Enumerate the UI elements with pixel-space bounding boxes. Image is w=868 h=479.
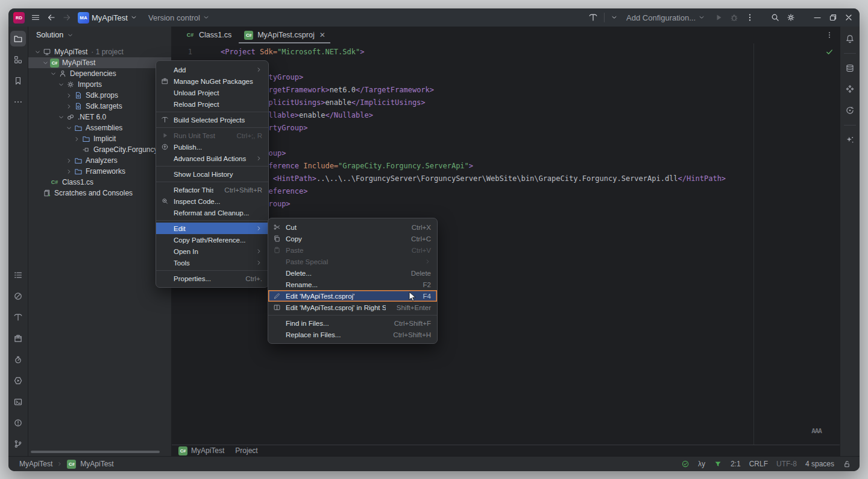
menu-item-advanced-build-actions[interactable]: Advanced Build Actions [156,153,268,164]
status-file-encoding[interactable]: UTF-8 [776,460,797,468]
menu-item-delete[interactable]: Delete...Delete [268,267,437,279]
chevron-expanded-icon[interactable] [33,49,42,56]
menu-item-reformat-and-cleanup[interactable]: Reformat and Cleanup... [156,207,268,218]
code-line[interactable]: 7 </PropertyGroup> [172,122,840,135]
code-line[interactable]: 10 <Reference Include="GrapeCity.Forgunc… [172,160,840,173]
menu-item-tools[interactable]: Tools [156,257,268,268]
code-line[interactable]: 3 <PropertyGroup> [172,71,840,84]
menu-item-manage-nuget-packages[interactable]: Manage NuGet Packages [156,75,268,87]
editor-tab-myapitest-csproj[interactable]: C#MyApiTest.csproj✕ [237,27,332,43]
status-highlight-level[interactable] [714,460,722,468]
menu-item-show-local-history[interactable]: Show Local History [156,168,268,180]
menu-item-paste[interactable]: PasteCtrl+V [268,244,437,256]
status-file-writable[interactable] [843,460,851,468]
nuget-icon[interactable] [10,331,26,346]
code-line[interactable]: 8 [172,135,840,147]
restore-icon[interactable] [828,13,838,22]
run-configuration-selector[interactable]: Add Configuration... [626,13,705,22]
tree-item-class1-cs[interactable]: C#Class1.cs [28,177,171,188]
settings-gear-icon[interactable] [786,13,796,22]
more-tool-windows-icon[interactable] [10,94,26,110]
status-inspections-status[interactable] [681,460,690,468]
menu-item-build-selected-projects[interactable]: Build Selected Projects [156,114,268,125]
menu-item-replace-in-files[interactable]: Replace in Files...Ctrl+Shift+H [268,329,437,340]
structure-tool-icon[interactable] [10,52,26,68]
status-indent-style[interactable]: 4 spaces [805,460,834,468]
close-tab-icon[interactable]: ✕ [319,31,326,39]
chevron-collapsed-icon[interactable] [64,103,73,110]
database-icon[interactable] [842,60,858,76]
menu-item-copy-path-reference[interactable]: Copy Path/Reference... [156,234,268,246]
tree-item-frameworks[interactable]: Frameworks [28,166,171,177]
debug-icon[interactable] [729,13,739,22]
tab-options-kebab-icon[interactable] [825,27,834,43]
terminal-icon[interactable] [10,394,26,410]
status-breadcrumb[interactable]: MyApiTest C# MyApiTest [19,460,114,469]
chevron-collapsed-icon[interactable] [64,157,73,164]
tree-item-dependencies[interactable]: Dependencies [28,68,171,79]
chevron-collapsed-icon[interactable] [64,92,73,99]
close-icon[interactable] [844,13,854,22]
profiler-icon[interactable] [10,352,26,367]
build-icon[interactable] [588,13,598,22]
tree-item-grapecity-forguncy-se[interactable]: GrapeCity.Forguncy.Se [28,144,171,155]
code-line[interactable]: 2 [172,59,840,71]
version-control-icon[interactable] [10,436,26,452]
services-icon[interactable] [10,373,26,389]
menu-item-run-unit-test[interactable]: Run Unit TestCtrl+;, R [156,130,268,141]
menu-item-reload-project[interactable]: Reload Project [156,98,268,110]
tree-item-analyzers[interactable]: Analyzers [28,155,171,166]
profiling-history-icon[interactable] [842,103,858,118]
menu-item-copy[interactable]: CopyCtrl+C [268,233,437,244]
build-options-chevron-icon[interactable] [611,14,618,21]
status-heap-allocations[interactable]: λy [698,460,705,468]
inspections-check-icon[interactable] [825,48,834,60]
status-line-separator[interactable]: CRLF [749,460,768,468]
code-line[interactable]: 11 <HintPath>..\..\..\ForguncyServer\For… [172,173,840,185]
dynamic-program-analysis-icon[interactable] [842,81,858,97]
menu-item-cut[interactable]: CutCtrl+X [268,221,437,233]
tree-item-assemblies[interactable]: Assemblies [28,122,171,133]
run-icon[interactable] [714,13,723,22]
menu-item-find-in-files[interactable]: Find in Files...Ctrl+Shift+F [268,317,437,329]
code-line[interactable]: 9 <ItemGroup> [172,147,840,160]
search-icon[interactable] [770,13,780,22]
horizontal-scrollbar[interactable] [31,451,160,453]
menu-item-properties[interactable]: Properties...Ctrl+. [156,273,268,284]
menu-item-open-in[interactable]: Open In [156,246,268,257]
back-icon[interactable] [46,13,56,22]
tree-item-implicit[interactable]: Implicit [28,133,171,144]
breadcrumb-item[interactable]: C#MyApiTest [178,446,224,455]
forward-icon[interactable] [62,13,72,22]
code-line[interactable]: 6 <Nullable>enable</Nullable> [172,109,840,122]
menu-item-edit[interactable]: Edit [156,223,268,234]
endpoints-icon[interactable] [10,288,26,304]
status-caret-position[interactable]: 2:1 [731,460,741,468]
tree-item-scratches-and-consoles[interactable]: Scratches and Consoles [28,188,171,198]
code-line[interactable]: 5 <ImplicitUsings>enable</ImplicitUsings… [172,97,840,109]
menu-item-add[interactable]: Add [156,64,268,75]
menu-item-paste-special[interactable]: Paste Special [268,256,437,267]
more-actions-icon[interactable] [745,13,755,22]
code-line[interactable]: 4 <TargetFramework>net6.0</TargetFramewo… [172,84,840,97]
code-line[interactable]: 13 </ItemGroup> [172,198,840,211]
chevron-expanded-icon[interactable] [41,60,49,66]
tree-item--net-6-0[interactable]: .NET 6.0 [28,112,171,122]
font-size-widget[interactable]: AAA [811,425,822,437]
breadcrumb-item[interactable]: Project [235,446,257,455]
tree-item-sdk-targets[interactable]: Sdk.targets [28,101,171,112]
todo-icon[interactable] [10,267,26,283]
menu-item-publish[interactable]: Publish... [156,141,268,153]
tree-item-myapitest[interactable]: C#MyApiTest [28,57,171,68]
tree-item-sdk-props[interactable]: Sdk.props [28,90,171,101]
menu-item-inspect-code[interactable]: Inspect Code... [156,195,268,207]
chevron-collapsed-icon[interactable] [64,168,73,175]
chevron-expanded-icon[interactable] [57,114,65,121]
problems-icon[interactable] [10,415,26,431]
build-icon[interactable] [10,309,26,325]
main-menu-icon[interactable] [31,13,40,22]
chevron-collapsed-icon[interactable] [72,136,81,142]
tree-item-myapitest[interactable]: MyApiTest· 1 project [28,46,171,57]
menu-item-rename[interactable]: Rename...F2 [268,279,437,290]
project-explorer-icon[interactable] [10,31,26,46]
